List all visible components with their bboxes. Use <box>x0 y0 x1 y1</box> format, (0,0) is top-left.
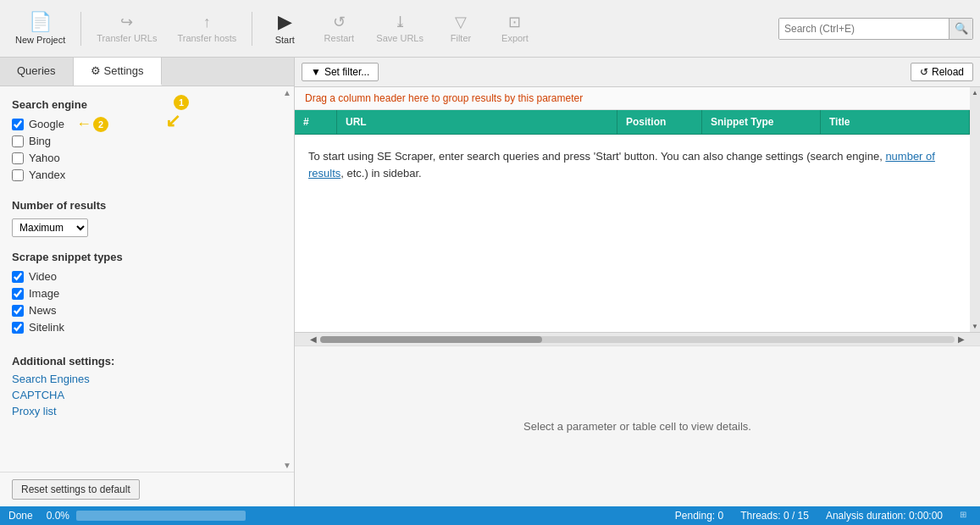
link-captcha[interactable]: CAPTCHA <box>12 389 282 401</box>
reload-button[interactable]: ↺ Reload <box>911 63 973 81</box>
tab-queries[interactable]: Queries <box>0 58 74 86</box>
scroll-thumb[interactable] <box>972 100 978 319</box>
tab-queries-label: Queries <box>17 64 56 77</box>
engine-yandex-label[interactable]: Yandex <box>29 169 65 181</box>
snippet-sitelink-checkbox[interactable] <box>12 322 24 334</box>
save-urls-icon: ⤓ <box>394 14 407 30</box>
additional-settings-title: Additional settings: <box>12 355 282 368</box>
scrape-snippet-title: Scrape snippet types <box>12 251 282 263</box>
new-project-label: New Project <box>15 35 65 45</box>
engine-yahoo-checkbox[interactable] <box>12 152 24 164</box>
start-icon: ▶ <box>278 13 292 31</box>
filter-toolbar-button[interactable]: ▽ Filter <box>435 11 486 47</box>
search-button[interactable]: 🔍 <box>949 19 972 39</box>
detail-panel: Select a parameter or table cell to view… <box>295 345 980 506</box>
scroll-down-btn[interactable]: ▼ <box>970 321 980 332</box>
set-filter-button[interactable]: ▼ Set filter... <box>302 63 379 81</box>
additional-settings-section: Additional settings: Search Engines CAPT… <box>12 355 282 417</box>
snippet-video-checkbox[interactable] <box>12 271 24 283</box>
transfer-urls-label: Transfer URLs <box>97 33 157 43</box>
status-done-label: Done <box>8 510 33 522</box>
right-scrollbar[interactable]: ▲ ▼ <box>970 87 980 332</box>
snippet-news-checkbox[interactable] <box>12 305 24 317</box>
transfer-hosts-button[interactable]: ↑ Transfer hosts <box>169 11 245 47</box>
engine-google-label[interactable]: Google <box>29 118 64 130</box>
export-icon: ⊡ <box>508 14 521 30</box>
status-progress-pct: 0.0% <box>47 510 69 522</box>
status-threads: Threads: 0 / 15 <box>740 510 809 522</box>
reload-icon: ↺ <box>920 66 928 78</box>
snippet-video-label[interactable]: Video <box>29 270 57 283</box>
annotation-2-arrow: ← <box>76 115 91 133</box>
tab-settings-label: Settings <box>104 64 144 77</box>
toolbar: 📄 New Project ↪ Transfer URLs ↑ Transfer… <box>0 0 980 58</box>
engine-google-checkbox[interactable] <box>12 119 24 130</box>
scroll-up-arrow[interactable]: ▲ <box>282 88 292 97</box>
transfer-urls-button[interactable]: ↪ Transfer URLs <box>88 11 165 47</box>
table-header: # URL Position Snippet Type Title <box>295 110 980 135</box>
main-layout: Queries ⚙Settings ▲ Search engine ↙ 1 Go… <box>0 58 980 506</box>
start-label: Start <box>275 35 295 45</box>
snippet-image-checkbox[interactable] <box>12 288 24 300</box>
export-label: Export <box>501 33 529 43</box>
sidebar-tabs: Queries ⚙Settings <box>0 58 294 86</box>
divider-1 <box>12 185 282 196</box>
restart-icon: ↺ <box>333 14 346 30</box>
status-pending: Pending: 0 <box>675 510 723 522</box>
engine-yahoo-item: Yahoo <box>12 152 282 164</box>
status-right: Pending: 0 Threads: 0 / 15 Analysis dura… <box>675 510 972 522</box>
snippet-news-label[interactable]: News <box>29 304 57 317</box>
filter-toolbar-icon: ▽ <box>455 14 467 30</box>
link-number-of-results[interactable]: number of results <box>308 150 935 180</box>
reset-btn-wrap: Reset settings to default <box>0 472 294 506</box>
new-project-icon: 📄 <box>29 13 52 31</box>
h-scroll-track[interactable] <box>320 336 955 343</box>
reset-settings-button[interactable]: Reset settings to default <box>12 479 140 500</box>
save-urls-button[interactable]: ⤓ Save URLs <box>368 11 432 47</box>
number-of-results-select[interactable]: Maximum 10 20 30 50 100 <box>12 218 88 237</box>
status-duration: Analysis duration: 0:00:00 <box>826 510 943 522</box>
start-button[interactable]: ▶ Start <box>259 9 310 48</box>
search-box: 🔍 <box>778 18 973 40</box>
toolbar-separator-2 <box>252 12 252 46</box>
th-position: Position <box>617 110 702 134</box>
snippet-news-item: News <box>12 304 282 317</box>
sidebar: Queries ⚙Settings ▲ Search engine ↙ 1 Go… <box>0 58 295 506</box>
h-scroll-thumb[interactable] <box>320 336 542 343</box>
set-filter-label: Set filter... <box>324 66 369 78</box>
new-project-button[interactable]: 📄 New Project <box>7 9 74 48</box>
detail-panel-text: Select a parameter or table cell to view… <box>523 420 751 433</box>
h-scroll-right-btn[interactable]: ▶ <box>955 334 968 344</box>
engine-yandex-item: Yandex <box>12 169 282 181</box>
save-urls-label: Save URLs <box>376 33 424 43</box>
snippet-image-label[interactable]: Image <box>29 287 59 300</box>
scroll-up-btn[interactable]: ▲ <box>970 87 980 98</box>
engine-yahoo-label[interactable]: Yahoo <box>29 152 60 164</box>
restart-button[interactable]: ↺ Restart <box>313 11 364 47</box>
snippet-image-item: Image <box>12 287 282 300</box>
divider-3 <box>12 338 282 348</box>
engine-bing-checkbox[interactable] <box>12 135 24 147</box>
toolbar-separator-1 <box>80 12 81 46</box>
search-input[interactable] <box>779 19 949 39</box>
gear-icon: ⚙ <box>91 64 101 77</box>
snippet-sitelink-label[interactable]: Sitelink <box>29 321 64 334</box>
table-area: Drag a column header here to group resul… <box>295 87 980 332</box>
empty-message-text: To start using SE Scraper, enter search … <box>308 150 935 180</box>
snippet-sitelink-item: Sitelink <box>12 321 282 334</box>
h-scroll-left-btn[interactable]: ◀ <box>307 334 320 344</box>
link-search-engines[interactable]: Search Engines <box>12 373 282 385</box>
reload-label: Reload <box>932 66 964 78</box>
export-button[interactable]: ⊡ Export <box>490 11 540 47</box>
engine-bing-item: Bing <box>12 135 282 147</box>
engine-bing-label[interactable]: Bing <box>29 135 51 147</box>
drag-hint: Drag a column header here to group resul… <box>295 87 980 110</box>
annotation-2-badge: 2 <box>93 117 108 132</box>
engine-yandex-checkbox[interactable] <box>12 169 24 181</box>
scroll-down-arrow[interactable]: ▼ <box>282 461 292 470</box>
link-proxy-list[interactable]: Proxy list <box>12 405 282 417</box>
h-scroll-area: ◀ ▶ <box>295 332 980 345</box>
tab-settings[interactable]: ⚙Settings <box>74 58 162 86</box>
transfer-hosts-label: Transfer hosts <box>177 33 236 43</box>
th-hash: # <box>295 110 337 134</box>
